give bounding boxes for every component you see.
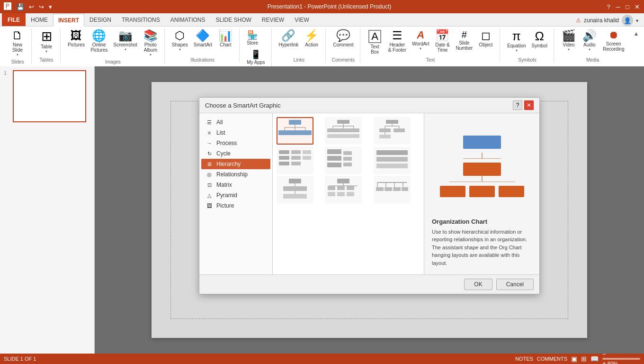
ribbon-collapse-button[interactable]: ▲ [632,28,641,39]
tab-slideshow[interactable]: SLIDE SHOW [210,13,256,26]
close-button[interactable]: ✕ [634,3,640,10]
symbol-icon: Ω [535,30,544,42]
dialog-footer: OK Cancel [199,274,539,294]
user-avatar[interactable]: 👤 [622,15,633,26]
relationship-icon: ◎ [205,171,214,178]
tab-insert[interactable]: INSERT [53,14,84,27]
category-relationship[interactable]: ◎ Relationship [201,169,270,180]
maximize-button[interactable]: □ [624,3,631,10]
slide-number-button[interactable]: # SlideNumber [453,28,475,52]
equation-icon: π [512,30,521,42]
preview-image [432,121,532,212]
tab-design[interactable]: DESIGN [84,13,116,26]
dialog-overlay: Choose a SmartArt Graphic ? ✕ ☰ All [95,66,644,354]
zoom-in-button[interactable]: + [602,360,606,364]
tab-transitions[interactable]: TRANSITIONS [116,13,165,26]
photo-album-button[interactable]: 📚 PhotoAlbum ▾ [141,28,161,58]
svg-rect-69 [402,187,408,191]
svg-rect-35 [291,162,301,165]
zoom-slider[interactable] [602,358,640,360]
category-list[interactable]: ≡ List [201,127,270,138]
hyperlink-button[interactable]: 🔗 Hyperlink [277,28,301,49]
wordart-button[interactable]: A WordArt ▾ [410,28,432,52]
category-matrix[interactable]: ⊡ Matrix [201,180,270,190]
window-title: Presentation1 - PowerPoint (Unlicensed P… [54,3,605,10]
category-all[interactable]: ☰ All [201,117,270,127]
username: zunaira khalid [584,17,619,24]
redo-button[interactable]: ↪ [37,3,45,10]
shapes-button[interactable]: ⬡ Shapes ▾ [170,28,190,53]
pictures-button[interactable]: 🖼 Pictures [65,28,87,49]
org-second-node [463,163,501,176]
user-dropdown-icon[interactable]: ▾ [636,18,638,23]
category-pyramid[interactable]: △ Pyramid [201,190,270,200]
category-cycle[interactable]: ↻ Cycle [201,148,270,159]
process-icon: → [205,140,214,146]
save-button[interactable]: 💾 [15,3,26,10]
smartart-item-4[interactable] [277,146,313,174]
video-icon: 🎬 [562,30,576,41]
dialog-help-button[interactable]: ? [513,100,522,110]
smartart-item-3[interactable] [374,117,411,145]
store-button[interactable]: 🏪 Store [244,28,260,47]
date-time-button[interactable]: 📅 Date &Time [432,28,452,54]
category-hierarchy[interactable]: ⊞ Hierarchy [201,159,270,169]
screen-recording-icon: ⏺ [608,30,619,40]
audio-button[interactable]: 🔊 Audio ▾ [580,28,599,53]
comments-button[interactable]: COMMENTS [537,356,567,362]
svg-rect-68 [393,187,401,191]
canvas-area: Choose a SmartArt Graphic ? ✕ ☰ All [95,66,644,354]
svg-rect-17 [348,128,359,132]
dialog-title: Choose a SmartArt Graphic [205,102,281,109]
smartart-button[interactable]: 🔷 SmartArt [191,28,215,49]
smartart-item-5[interactable] [325,146,362,174]
tab-home[interactable]: HOME [26,13,53,26]
help-button[interactable]: ? [605,3,612,10]
category-picture[interactable]: 🖼 Picture [201,200,270,211]
slide-thumbnail[interactable] [13,70,86,122]
header-footer-icon: ☰ [392,30,402,41]
comment-button[interactable]: 💬 Comment [331,28,356,49]
table-button[interactable]: ⊞ Table ▾ [36,28,56,55]
tab-review[interactable]: REVIEW [257,13,289,26]
undo-button[interactable]: ↩ [27,3,36,10]
smartart-item-8[interactable] [325,176,362,203]
header-footer-button[interactable]: ☰ Header& Footer [386,28,409,54]
category-process[interactable]: → Process [201,138,270,148]
smartart-item-2[interactable] [325,117,362,145]
tab-animations[interactable]: ANIMATIONS [165,13,211,26]
notes-button[interactable]: NOTES [515,356,533,362]
smartart-item-org-chart[interactable] [277,117,313,145]
svg-rect-49 [283,186,307,191]
action-button[interactable]: ⚡ Action [302,28,322,49]
new-slide-button[interactable]: 🗋 NewSlide ▾ [8,28,27,58]
minimize-button[interactable]: ─ [615,3,621,10]
screenshot-button[interactable]: 📷 Screenshot ▾ [111,28,140,53]
ok-button[interactable]: OK [464,279,492,290]
smartart-item-6[interactable] [374,146,411,174]
view-normal-button[interactable]: ▣ [571,355,577,363]
ribbon-group-tables: ⊞ Table ▾ Tables [33,28,61,63]
smartart-item-7[interactable] [277,176,313,203]
cancel-button[interactable]: Cancel [496,279,534,290]
object-button[interactable]: ◻ Object [476,28,496,49]
customize-quick-access-button[interactable]: ▾ [47,3,54,10]
screen-recording-button[interactable]: ⏺ ScreenRecording [600,28,627,53]
tab-view[interactable]: VIEW [289,13,314,26]
preview-description: Use to show hierarchical information or … [432,228,532,267]
slide-panel: 1 [0,66,95,354]
ribbon-group-text: A TextBox ☰ Header& Footer A WordArt ▾ 📅… [361,28,500,63]
chart-button[interactable]: 📊 Chart [215,28,235,49]
tab-file[interactable]: FILE [2,13,26,26]
view-slide-button[interactable]: ⊞ [581,355,587,363]
view-read-button[interactable]: 📖 [590,355,599,363]
dialog-close-button[interactable]: ✕ [524,100,534,110]
svg-rect-20 [348,134,359,138]
symbol-button[interactable]: Ω Symbol [529,28,550,50]
textbox-button[interactable]: A TextBox [365,28,385,56]
equation-button[interactable]: π Equation ▾ [505,28,528,54]
video-button[interactable]: 🎬 Video ▾ [559,28,579,53]
smartart-item-9[interactable] [374,176,411,203]
online-pictures-button[interactable]: 🌐 OnlinePictures [88,28,110,54]
svg-rect-43 [343,163,352,166]
